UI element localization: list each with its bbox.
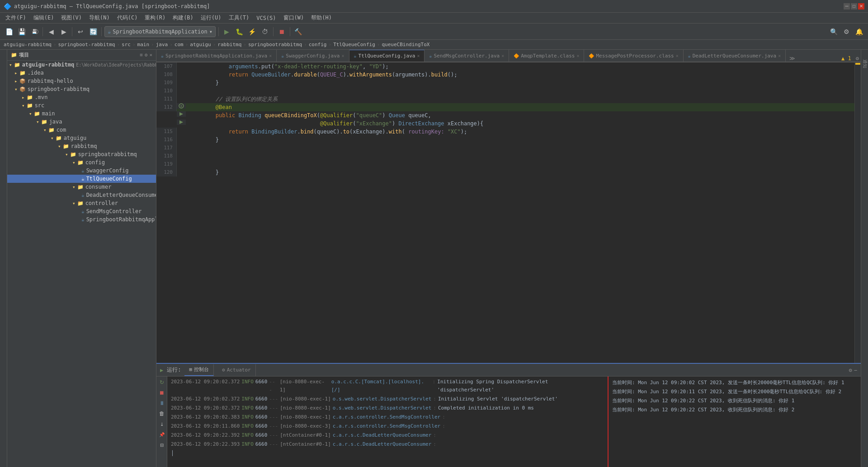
more-tabs-button[interactable]: ≫ — [788, 55, 797, 62]
save-button[interactable]: 💾 — [16, 26, 27, 37]
tree-item-sendmsg[interactable]: ☕ SendMsgController — [7, 207, 156, 215]
tab-close-amqptemplate[interactable]: × — [576, 53, 579, 58]
run-panel-settings-button[interactable]: ⚙ — [849, 367, 852, 373]
tree-item-consumer[interactable]: ▾ 📁 consumer — [7, 183, 156, 191]
breadcrumb-item-com[interactable]: com — [175, 42, 184, 48]
tab-close-springbootapp[interactable]: × — [269, 53, 272, 58]
tree-item-controller[interactable]: ▾ 📁 controller — [7, 199, 156, 207]
close-button[interactable]: ✕ — [858, 3, 864, 10]
pin-tab-button[interactable]: 📌 — [157, 430, 166, 439]
tab-springbootapp[interactable]: ☕ SpringbootRabbitmqApplication.java × — [156, 50, 277, 62]
restart-button[interactable]: ↻ — [157, 378, 166, 387]
tree-item-java[interactable]: ▾ 📁 java — [7, 118, 156, 126]
breadcrumb-item-class[interactable]: TtlQueueConfig — [333, 42, 375, 48]
menu-item-help[interactable]: 帮助(H) — [307, 13, 335, 23]
scroll-end-button[interactable]: ⤓ — [157, 419, 166, 429]
breadcrumb-item-java[interactable]: java — [156, 42, 168, 48]
sidebar-settings-icon[interactable]: ⚙ — [145, 52, 148, 58]
tree-item-rabbitmq[interactable]: ▾ 📁 rabbitmq — [7, 142, 156, 150]
settings-button[interactable]: ⚙ — [841, 26, 852, 37]
breadcrumb-item-atguigu[interactable]: atguigu — [190, 42, 211, 48]
log-filter-button[interactable]: ⊟ — [157, 440, 166, 449]
tab-deadletter[interactable]: ☕ DeadLetterQueueConsumer.java × — [684, 50, 786, 62]
tab-ttlqueueconfig[interactable]: ☕ TtlQueueConfig.java × — [349, 50, 425, 62]
tab-close-swaggerconfig[interactable]: × — [341, 53, 344, 58]
run-tab-console[interactable]: ⊞ 控制台 — [184, 364, 214, 376]
tab-close-ttlqueueconfig[interactable]: × — [417, 53, 420, 58]
back-button[interactable]: ◀ — [46, 26, 57, 37]
menu-item-tools[interactable]: 工具(T) — [225, 13, 253, 23]
tree-item-springboatrabbitmq[interactable]: ▾ 📁 springboatrabbitmq — [7, 150, 156, 158]
breadcrumb-item-main[interactable]: main — [137, 42, 150, 48]
debug-button[interactable]: 🐛 — [234, 26, 245, 37]
menu-item-edit[interactable]: 编辑(E) — [30, 13, 58, 23]
run-log[interactable]: 2023-06-12 09:20:02.372 INFO 6660 --- [n… — [167, 376, 608, 467]
stop-button[interactable]: ⏹ — [276, 26, 287, 37]
menu-item-code[interactable]: 代码(C) — [113, 13, 142, 23]
profile-button[interactable]: ⏱ — [259, 26, 270, 37]
tab-swaggerconfig[interactable]: ☕ SwaggerConfig.java × — [277, 50, 349, 62]
tree-item-swaggerconfig[interactable]: ☕ SwaggerConfig — [7, 167, 156, 175]
breadcrumb-item-src[interactable]: src — [122, 42, 131, 48]
breadcrumb-item-root[interactable]: atguigu-rabbitmq — [4, 42, 52, 48]
sidebar-close-icon[interactable]: × — [149, 52, 152, 58]
suspend-button[interactable]: ⏸ — [157, 399, 166, 408]
tree-item-config[interactable]: ▾ 📁 config — [7, 158, 156, 167]
folder-rabbitmq-icon: 📁 — [63, 143, 69, 149]
breadcrumb-item-config[interactable]: config — [309, 42, 327, 48]
stop-run-button[interactable]: ⏹ — [157, 388, 166, 397]
tab-sendmsg[interactable]: ☕ SendMsgController.java × — [425, 50, 509, 62]
tree-item-root[interactable]: ▾ 📁 atguigu-rabbitmq E:\WorkData\IdeaPro… — [7, 61, 156, 69]
build-project-button[interactable]: 🔨 — [293, 26, 304, 37]
search-button[interactable]: 🔍 — [828, 26, 839, 37]
breadcrumb-item-module[interactable]: springboot-rabbitmq — [58, 42, 115, 48]
tab-messagepost[interactable]: 🔶 MessagePostProcessor.class × — [584, 50, 683, 62]
tree-item-springbootapp[interactable]: ☕ SpringbootRabbitmqApplication — [7, 215, 156, 224]
breadcrumb-item-method[interactable]: queueCBindingToX — [382, 42, 429, 48]
breadcrumb-item-rabbitmq[interactable]: rabbitmq — [217, 42, 241, 48]
run-button[interactable]: ▶ — [222, 26, 232, 37]
tab-amqptemplate[interactable]: 🔶 AmqpTemplate.class × — [509, 50, 584, 62]
tree-item-src[interactable]: ▾ 📁 src — [7, 101, 156, 110]
tree-item-atguigu[interactable]: ▾ 📁 atguigu — [7, 134, 156, 142]
menu-item-refactor[interactable]: 重构(R) — [141, 13, 169, 23]
undo-button[interactable]: ↩ — [75, 26, 86, 37]
tree-item-idea[interactable]: ▸ 📁 .idea — [7, 69, 156, 77]
forward-button[interactable]: ▶ — [58, 26, 69, 37]
run-coverage-button[interactable]: ⚡ — [247, 26, 258, 37]
menu-item-window[interactable]: 窗口(W) — [280, 13, 308, 23]
tab-settings-button[interactable]: ⚙ — [854, 55, 861, 62]
menu-item-run[interactable]: 运行(U) — [197, 13, 225, 23]
tab-close-messagepost[interactable]: × — [676, 53, 679, 58]
menu-item-vcs[interactable]: VCS(S) — [253, 14, 279, 22]
run-config-dropdown[interactable]: ☕ SpringbootRabbitmqApplication ▾ — [104, 26, 216, 37]
run-panel-minimize-button[interactable]: − — [854, 367, 857, 373]
minimize-button[interactable]: ─ — [844, 3, 850, 10]
sidebar-sort-icon[interactable]: ≡ — [140, 52, 143, 58]
run-line-icon[interactable] — [179, 111, 184, 117]
new-file-button[interactable]: 📄 — [4, 26, 14, 37]
tree-item-deadletter[interactable]: ☕ DeadLetterQueueConsumer — [7, 191, 156, 199]
run-tab-actuator[interactable]: ⚙ Actuator — [217, 364, 256, 376]
tree-item-mvn[interactable]: ▸ 📁 .mvn — [7, 93, 156, 101]
save-all-button[interactable]: 💾⃝ — [29, 26, 40, 37]
menu-item-nav[interactable]: 导航(N) — [85, 13, 113, 23]
clear-log-button[interactable]: 🗑 — [157, 409, 166, 418]
tree-item-ttlqueueconfig[interactable]: ☕ TtlQueueConfig — [7, 175, 156, 183]
tree-item-rabbitmq-hello[interactable]: ▸ 📦 rabbitmq-hello — [7, 77, 156, 85]
tree-item-springboot-rabbitmq[interactable]: ▾ 📦 springboot-rabbitmq — [7, 85, 156, 93]
tab-close-deadletter[interactable]: × — [778, 53, 781, 58]
tree-item-com[interactable]: ▾ 📁 com — [7, 126, 156, 134]
menu-item-view[interactable]: 视图(V) — [57, 13, 85, 23]
code-scroll-area[interactable]: 107 arguments.put("x-dead-letter-routing… — [156, 62, 854, 363]
menu-item-file[interactable]: 文件(F) — [2, 13, 30, 23]
tree-item-main[interactable]: ▾ 📁 main — [7, 110, 156, 118]
maximize-button[interactable]: □ — [851, 3, 857, 10]
tab-close-sendmsg[interactable]: × — [501, 53, 504, 58]
breadcrumb-item-springbootrabbitmq[interactable]: springbootrabbitmq — [248, 42, 302, 48]
menu-item-build[interactable]: 构建(B) — [169, 13, 197, 23]
run-line-icon2[interactable] — [179, 119, 184, 125]
code-editor[interactable]: 107 arguments.put("x-dead-letter-routing… — [156, 62, 861, 363]
notifications-button[interactable]: 🔔 — [854, 26, 864, 37]
sync-button[interactable]: 🔄 — [88, 26, 99, 37]
